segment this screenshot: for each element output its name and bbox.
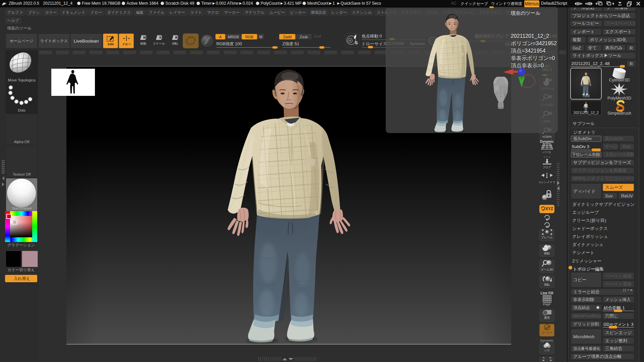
svg-text:Edit: Edit	[108, 42, 114, 46]
svg-text:Y: Y	[548, 217, 550, 221]
svg-text:S: S	[355, 40, 358, 45]
svg-text:R: R	[175, 36, 178, 39]
svg-text:ドロー: ドロー	[122, 43, 131, 46]
svg-text:S: S	[159, 36, 161, 39]
svg-text:M: M	[143, 36, 146, 39]
svg-text:Z: Z	[548, 225, 550, 228]
